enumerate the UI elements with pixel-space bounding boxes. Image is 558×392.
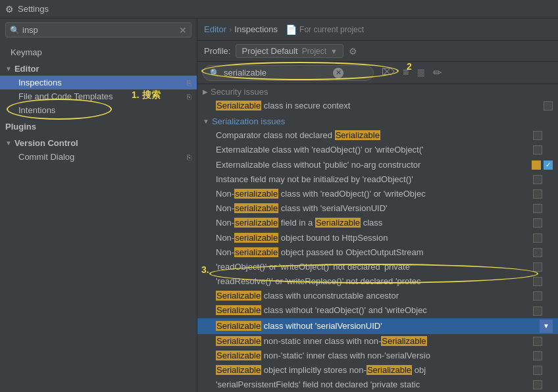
item-non-ser-oos[interactable]: Non-serializable object passed to Object…: [197, 245, 558, 260]
checkbox-unconstructable[interactable]: [533, 291, 542, 301]
nav-section-editor: ▼ Editor Inspections ⎘ File and Code Tem…: [0, 61, 197, 118]
item-ser-no-readwrite[interactable]: Serializable class without 'readObject()…: [197, 303, 558, 318]
copy-icon-file-code: ⎘: [187, 93, 191, 101]
checkbox-no-readwrite[interactable]: [533, 306, 542, 316]
item-non-ser-httpsession[interactable]: Non-serializable object bound to HttpSes…: [197, 231, 558, 245]
item-text-oos: Non-serializable object passed to Object…: [216, 247, 530, 258]
left-search-input[interactable]: [22, 25, 176, 35]
item-text-secure: Serializable class in secure context: [216, 100, 541, 112]
item-readresolve[interactable]: 'readResolve()' or 'writeReplace()' not …: [197, 274, 558, 289]
item-readobject-private[interactable]: 'readObject()' or 'writeObject()' not de…: [197, 260, 558, 274]
nav-item-editor[interactable]: ▼ Editor: [0, 62, 197, 76]
filter-search-input[interactable]: [224, 68, 329, 78]
checkbox-persistent[interactable]: [533, 380, 542, 389]
settings-icon: ⚙: [5, 4, 14, 14]
item-text-readobject-private: 'readObject()' or 'writeObject()' not de…: [216, 261, 530, 273]
checkbox-readresolve[interactable]: [533, 277, 542, 286]
inspection-list: ▶ Security issues Serializable class in …: [197, 84, 558, 392]
checkbox-implicit[interactable]: [533, 366, 542, 375]
item-text-implicit: Serializable object implicitly stores no…: [216, 364, 530, 376]
doc-icon: 📄: [286, 24, 297, 35]
checkbox-readobject[interactable]: [533, 262, 542, 272]
intentions-label: Intentions: [18, 105, 55, 115]
checkbox-oos[interactable]: [533, 248, 542, 257]
nav-item-file-code[interactable]: File and Code Templates ⎘: [0, 89, 197, 103]
filter-bar: 🔍 ✕ ⌦ ≡ ≣ ✏: [197, 62, 558, 84]
profile-value: Project Default: [241, 46, 297, 56]
checkbox-non-ser-rw[interactable]: [533, 189, 542, 199]
profile-select[interactable]: Project Default Project ▼: [236, 44, 343, 58]
checkbox-ext-noarg[interactable]: ✓: [544, 160, 553, 170]
item-text-readresolve: 'readResolve()' or 'writeReplace()' not …: [216, 276, 530, 287]
group-arrow-security: ▶: [203, 88, 208, 95]
group-serialization: ▼ Serialization issues Comparator class …: [197, 114, 558, 392]
item-text-persistent: 'serialPersistentFields' field not decla…: [216, 379, 530, 391]
profile-gear-button[interactable]: ⚙: [349, 46, 357, 57]
profile-dropdown-arrow: ▼: [330, 47, 338, 55]
inspections-label: Inspections: [18, 78, 62, 87]
item-non-ser-versionuid[interactable]: Non-serializable class with 'serialVersi…: [197, 201, 558, 216]
checkbox-comparator[interactable]: [533, 131, 542, 140]
profile-label: Profile:: [204, 46, 230, 56]
checkbox-non-ser-uid[interactable]: [533, 204, 542, 213]
item-externalizable-noarg[interactable]: Externalizable class without 'public' no…: [197, 158, 558, 172]
plugins-label: Plugins: [5, 122, 36, 132]
checkbox-ext-rw[interactable]: [533, 145, 542, 155]
checkbox-nonstatic-2[interactable]: [533, 351, 542, 360]
search-clear-button[interactable]: ✕: [179, 26, 187, 35]
breadcrumb-for-current-project[interactable]: For current project: [299, 25, 364, 34]
filter-clear-button[interactable]: ✕: [333, 68, 343, 78]
checkbox-httpsession[interactable]: [533, 233, 542, 243]
file-code-label: File and Code Templates: [18, 91, 113, 101]
left-search-box[interactable]: 🔍 ✕: [5, 22, 191, 37]
item-ser-nonstatic-inner-2[interactable]: Serializable non-'static' inner class wi…: [197, 349, 558, 363]
annotation-1-label: 1. 搜索: [132, 89, 161, 101]
breadcrumb-editor[interactable]: Editor: [204, 24, 226, 34]
main-layout: 1. 搜索 🔍 ✕ Keymap ▼ Editor: [0, 18, 558, 392]
item-ser-nonstatic-inner-1[interactable]: Serializable non-static inner class with…: [197, 334, 558, 349]
copy-icon-inspections: ⎘: [187, 79, 191, 87]
vcs-arrow: ▼: [5, 139, 12, 147]
item-externalizable-readwrite[interactable]: Externalizable class with 'readObject()'…: [197, 143, 558, 157]
checkbox-nonstatic-1[interactable]: [533, 337, 542, 346]
keymap-label: Keymap: [11, 47, 42, 57]
nav-item-keymap[interactable]: Keymap: [0, 45, 197, 59]
item-serializable-secure[interactable]: Serializable class in secure context: [197, 99, 558, 113]
item-non-ser-field[interactable]: Non-serializable field in a Serializable…: [197, 216, 558, 230]
group-header-security[interactable]: ▶ Security issues: [197, 85, 558, 99]
search-container: 🔍 ✕: [0, 18, 197, 41]
item-text-externalizable-rw: Externalizable class with 'readObject()'…: [216, 144, 530, 156]
annotation-2-label: 2: [407, 61, 412, 72]
group-header-serialization[interactable]: ▼ Serialization issues: [197, 114, 558, 128]
nav-item-version-control[interactable]: ▼ Version Control: [0, 136, 197, 150]
filter-edit-icon[interactable]: ✏: [432, 65, 443, 80]
item-ser-unconstructable[interactable]: Serializable class with unconstructable …: [197, 289, 558, 303]
item-ser-implicit[interactable]: Serializable object implicitly stores no…: [197, 363, 558, 378]
nav-item-commit-dialog[interactable]: Commit Dialog ⎘: [0, 150, 197, 164]
copy-icon-commit: ⎘: [187, 153, 191, 161]
filter-search-box[interactable]: 🔍 ✕: [203, 65, 374, 81]
item-text-no-versionuid: Serializable class without 'serialVersio…: [216, 320, 537, 332]
filter-collapse-all-icon[interactable]: ≣: [415, 65, 426, 80]
breadcrumb-inspections: Inspections: [234, 24, 278, 34]
item-comparator[interactable]: Comparator class not declared Serializab…: [197, 128, 558, 143]
vcs-label: Version Control: [14, 138, 78, 148]
nav-section-keymap: Keymap: [0, 44, 197, 61]
item-ser-no-versionuid[interactable]: Serializable class without 'serialVersio…: [197, 318, 558, 334]
highlight-serializable: Serializable: [216, 101, 261, 110]
item-instance-field[interactable]: Instance field may not be initialized by…: [197, 172, 558, 187]
checkbox-instance[interactable]: [533, 175, 542, 184]
item-text-instance-field: Instance field may not be initialized by…: [216, 174, 530, 185]
filter-funnel-icon[interactable]: ⌦: [380, 65, 396, 80]
item-serial-persistent[interactable]: 'serialPersistentFields' field not decla…: [197, 378, 558, 392]
nav-item-inspections[interactable]: Inspections ⎘: [0, 76, 197, 89]
item-non-ser-readwrite[interactable]: Non-serializable class with 'readObject(…: [197, 187, 558, 201]
nav-item-plugins[interactable]: Plugins: [0, 120, 197, 134]
nav-item-intentions[interactable]: Intentions: [0, 103, 197, 117]
dropdown-btn[interactable]: ▼: [540, 320, 553, 333]
checkbox-secure[interactable]: [544, 101, 553, 110]
checkbox-non-ser-field[interactable]: [533, 218, 542, 228]
search-icon: 🔍: [10, 26, 20, 35]
filter-search-icon: 🔍: [210, 68, 220, 78]
editor-arrow: ▼: [5, 65, 12, 72]
